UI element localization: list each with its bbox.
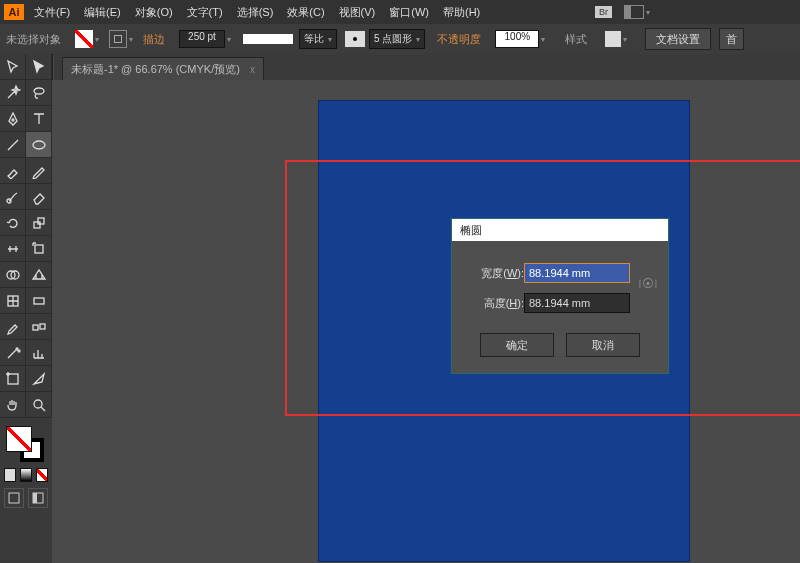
fill-color-swatch[interactable] [6, 426, 32, 452]
svg-point-14 [18, 350, 20, 352]
line-tool[interactable] [0, 132, 26, 158]
width-label: 宽度(W): [466, 266, 524, 281]
stroke-weight-input[interactable]: 250 pt [179, 30, 225, 48]
svg-rect-19 [33, 493, 37, 503]
paintbrush-tool[interactable] [0, 158, 26, 184]
menu-bar: Ai 文件(F) 编辑(E) 对象(O) 文字(T) 选择(S) 效果(C) 视… [0, 0, 800, 25]
eraser-tool[interactable] [26, 184, 52, 210]
svg-rect-17 [9, 493, 19, 503]
svg-rect-4 [34, 222, 40, 228]
perspective-tool[interactable] [26, 262, 52, 288]
canvas-area[interactable]: 椭圆 宽度(W): ⁞⦿⁞ 高度(H): 确定 取消 [52, 80, 800, 563]
menu-object[interactable]: 对象(O) [135, 5, 173, 20]
pen-tool[interactable] [0, 106, 26, 132]
svg-point-2 [33, 141, 45, 149]
style-swatch[interactable] [605, 31, 621, 47]
dialog-title[interactable]: 椭圆 [452, 219, 668, 241]
artboard-tool[interactable] [0, 366, 26, 392]
fill-dropdown-icon[interactable]: ▾ [95, 35, 99, 44]
screen-mode-button[interactable] [4, 488, 24, 508]
magic-wand-tool[interactable] [0, 80, 26, 106]
color-mode-none[interactable] [36, 468, 48, 482]
menu-help[interactable]: 帮助(H) [443, 5, 480, 20]
ok-button[interactable]: 确定 [480, 333, 554, 357]
symbol-sprayer-tool[interactable] [0, 340, 26, 366]
svg-rect-11 [33, 325, 38, 330]
fill-stroke-control[interactable] [6, 426, 46, 462]
document-tabs: 未标题-1* @ 66.67% (CMYK/预览) x [54, 54, 800, 81]
brush-preview[interactable] [345, 31, 365, 47]
free-transform-tool[interactable] [26, 236, 52, 262]
gradient-tool[interactable] [26, 288, 52, 314]
color-mode-row [4, 468, 52, 482]
menu-effect[interactable]: 效果(C) [287, 5, 324, 20]
bridge-icon[interactable]: Br [595, 6, 612, 18]
fill-swatch[interactable] [75, 30, 93, 48]
menu-view[interactable]: 视图(V) [339, 5, 376, 20]
zoom-tool[interactable] [26, 392, 52, 418]
screen-mode-row [4, 488, 52, 508]
svg-rect-6 [35, 245, 43, 253]
cancel-button[interactable]: 取消 [566, 333, 640, 357]
height-input[interactable] [524, 293, 630, 313]
lasso-tool[interactable] [26, 80, 52, 106]
selection-tool[interactable] [0, 54, 26, 80]
stroke-weight-dropdown-icon[interactable]: ▾ [227, 35, 231, 44]
dot-icon [353, 37, 357, 41]
document-tab[interactable]: 未标题-1* @ 66.67% (CMYK/预览) x [62, 57, 264, 80]
app-logo: Ai [4, 4, 24, 20]
svg-rect-5 [38, 218, 44, 224]
stroke-swatch[interactable] [109, 30, 127, 48]
rotate-tool[interactable] [0, 210, 26, 236]
no-selection-label: 未选择对象 [6, 32, 61, 47]
variable-width-select[interactable]: 等比▾ [299, 29, 337, 49]
blob-brush-tool[interactable] [0, 184, 26, 210]
scale-tool[interactable] [26, 210, 52, 236]
svg-point-0 [34, 88, 44, 94]
opacity-label[interactable]: 不透明度 [437, 32, 481, 47]
tab-close-icon[interactable]: x [250, 64, 255, 75]
options-bar: 未选择对象 ▾ ▾ 描边 250 pt▾ 等比▾ 5 点圆形▾ 不透明度 100… [0, 24, 800, 55]
pencil-tool[interactable] [26, 158, 52, 184]
column-graph-tool[interactable] [26, 340, 52, 366]
width-tool[interactable] [0, 236, 26, 262]
document-setup-button[interactable]: 文档设置 [645, 28, 711, 50]
workspace-dropdown-icon[interactable]: ▾ [646, 8, 650, 17]
uniform-label: 等比 [304, 32, 324, 46]
workspace-icon[interactable] [624, 5, 644, 19]
tab-label: 未标题-1* @ 66.67% (CMYK/预览) [71, 62, 240, 77]
menubar-right: Br ▾ [595, 5, 650, 19]
stroke-dropdown-icon[interactable]: ▾ [129, 35, 133, 44]
chevron-down-icon: ▾ [416, 35, 420, 44]
width-input[interactable] [524, 263, 630, 283]
opacity-input[interactable]: 100% [495, 30, 539, 48]
brush-select[interactable]: 5 点圆形▾ [369, 29, 425, 49]
tools-panel [0, 54, 53, 563]
menu-file[interactable]: 文件(F) [34, 5, 70, 20]
slice-tool[interactable] [26, 366, 52, 392]
stroke-label[interactable]: 描边 [143, 32, 165, 47]
change-screen-button[interactable] [28, 488, 48, 508]
menu-window[interactable]: 窗口(W) [389, 5, 429, 20]
stroke-profile[interactable] [243, 34, 293, 44]
constrain-proportions-icon[interactable]: ⁞⦿⁞ [638, 277, 658, 291]
blend-tool[interactable] [26, 314, 52, 340]
mesh-tool[interactable] [0, 288, 26, 314]
color-mode-solid[interactable] [4, 468, 16, 482]
type-tool[interactable] [26, 106, 52, 132]
height-label: 高度(H): [466, 296, 524, 311]
shape-builder-tool[interactable] [0, 262, 26, 288]
menu-select[interactable]: 选择(S) [237, 5, 274, 20]
menu-type[interactable]: 文字(T) [187, 5, 223, 20]
menu-edit[interactable]: 编辑(E) [84, 5, 121, 20]
svg-point-16 [34, 400, 42, 408]
svg-point-1 [12, 119, 14, 121]
ellipse-tool[interactable] [26, 132, 52, 158]
eyedropper-tool[interactable] [0, 314, 26, 340]
hand-tool[interactable] [0, 392, 26, 418]
opacity-dropdown-icon[interactable]: ▾ [541, 35, 545, 44]
style-dropdown-icon[interactable]: ▾ [623, 35, 627, 44]
color-mode-gradient[interactable] [20, 468, 32, 482]
direct-selection-tool[interactable] [26, 54, 52, 80]
preferences-button[interactable]: 首 [719, 28, 744, 50]
